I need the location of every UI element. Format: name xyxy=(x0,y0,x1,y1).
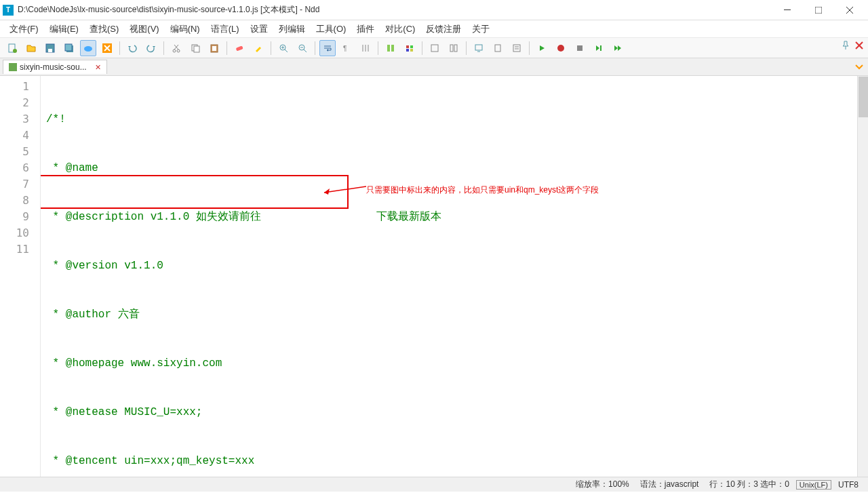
svg-rect-21 xyxy=(212,46,216,51)
svg-rect-0 xyxy=(784,9,791,10)
code-text: /*! xyxy=(46,113,66,125)
gutter: 1 2 3 4 5 6 7 8 9 10 11 xyxy=(0,76,41,477)
record-icon[interactable] xyxy=(553,40,569,56)
status-lang: 语法：javascript xyxy=(636,479,703,490)
copy-icon[interactable] xyxy=(187,40,203,56)
ff-icon[interactable] xyxy=(610,40,626,56)
svg-rect-39 xyxy=(410,45,413,48)
statusbar: 缩放率：100% 语法：javascript 行：10 列：3 选中：0 Uni… xyxy=(0,477,868,492)
run-icon[interactable] xyxy=(534,40,550,56)
format-icon[interactable] xyxy=(382,40,399,56)
theme-icon[interactable] xyxy=(401,40,418,56)
svg-rect-9 xyxy=(65,44,72,51)
svg-rect-19 xyxy=(194,46,199,52)
menu-search[interactable]: 查找(S) xyxy=(84,21,124,37)
menu-about[interactable]: 关于 xyxy=(467,21,495,37)
svg-point-10 xyxy=(84,46,92,52)
cut-icon[interactable] xyxy=(168,40,184,56)
line-number: 9 xyxy=(0,209,40,225)
app-icon: T xyxy=(3,5,14,16)
paste-icon[interactable] xyxy=(206,40,222,56)
annotation-box xyxy=(41,175,349,209)
minimize-button[interactable] xyxy=(772,0,803,20)
status-position: 行：10 列：3 选中：0 xyxy=(705,479,793,490)
svg-point-5 xyxy=(13,49,17,53)
status-eol[interactable]: Unix(LF) xyxy=(796,480,831,490)
pin-icon[interactable] xyxy=(841,41,850,52)
line-number: 6 xyxy=(0,160,40,176)
menu-view[interactable]: 视图(V) xyxy=(124,21,164,37)
svg-point-15 xyxy=(177,49,180,52)
tab-overflow-icon[interactable] xyxy=(854,62,864,74)
menu-language[interactable]: 语言(L) xyxy=(205,21,245,37)
close-button[interactable] xyxy=(834,0,865,20)
open-file-icon[interactable] xyxy=(23,40,39,56)
tab-file-icon xyxy=(9,63,17,71)
exit-icon[interactable] xyxy=(854,41,864,52)
zoom-in-icon[interactable] xyxy=(275,40,292,56)
line-number: 8 xyxy=(0,193,40,209)
line-number: 10 xyxy=(0,225,40,241)
svg-rect-1 xyxy=(815,7,822,14)
step-icon[interactable] xyxy=(591,40,607,56)
tab-close-icon[interactable]: ✕ xyxy=(95,63,101,72)
erase-icon[interactable] xyxy=(231,40,248,56)
zoom-out-icon[interactable] xyxy=(294,40,311,56)
redo-icon[interactable] xyxy=(143,40,159,56)
menu-settings[interactable]: 设置 xyxy=(245,21,273,37)
col2-icon[interactable] xyxy=(446,40,462,56)
svg-rect-41 xyxy=(410,49,413,52)
monitor-icon[interactable] xyxy=(471,40,487,56)
code-text: * @homepage www.sixyin.com xyxy=(46,357,222,370)
menu-compare[interactable]: 对比(C) xyxy=(380,21,420,37)
cloud-icon[interactable] xyxy=(80,40,96,56)
line-number: 4 xyxy=(0,127,40,144)
close-file-icon[interactable] xyxy=(99,40,115,56)
indent-guide-icon[interactable] xyxy=(357,40,374,56)
line-number: 2 xyxy=(0,95,40,111)
menu-file[interactable]: 文件(F) xyxy=(4,21,44,37)
svg-line-28 xyxy=(304,49,307,52)
doc-list-icon[interactable] xyxy=(509,40,525,56)
svg-rect-7 xyxy=(48,49,52,52)
stop-icon[interactable] xyxy=(572,40,588,56)
tab-label: sixyin-music-sou... xyxy=(20,62,87,72)
wrap-icon[interactable] xyxy=(319,40,336,56)
editor: 1 2 3 4 5 6 7 8 9 10 11 /*! * @name * @d… xyxy=(0,76,868,477)
col1-icon[interactable] xyxy=(427,40,443,56)
code-text: * @author 六音 xyxy=(46,309,140,321)
line-number: 7 xyxy=(0,176,40,193)
code-area[interactable]: /*! * @name * @description v1.1.0 如失效请前往… xyxy=(41,76,868,477)
svg-point-51 xyxy=(557,45,564,52)
svg-rect-52 xyxy=(577,45,583,51)
svg-rect-42 xyxy=(431,45,438,52)
menu-column[interactable]: 列编辑 xyxy=(273,21,311,37)
show-all-icon[interactable]: ¶ xyxy=(338,40,355,56)
new-file-icon[interactable] xyxy=(4,40,20,56)
svg-rect-45 xyxy=(475,45,482,50)
maximize-button[interactable] xyxy=(803,0,834,20)
line-number: 5 xyxy=(0,144,40,160)
svg-rect-47 xyxy=(495,45,500,52)
menu-tools[interactable]: 工具(O) xyxy=(311,21,352,37)
menu-edit[interactable]: 编辑(E) xyxy=(44,21,84,37)
line-number: 11 xyxy=(0,241,40,258)
save-icon[interactable] xyxy=(42,40,58,56)
svg-text:¶: ¶ xyxy=(343,45,347,52)
menu-plugins[interactable]: 插件 xyxy=(351,21,380,37)
undo-icon[interactable] xyxy=(124,40,140,56)
highlight-icon[interactable] xyxy=(250,40,267,56)
window-title: D:\Code\NodeJs\lx-music-source\dist\sixy… xyxy=(18,4,772,16)
vertical-scrollbar[interactable] xyxy=(857,76,868,477)
titlebar: T D:\Code\NodeJs\lx-music-source\dist\si… xyxy=(0,0,868,20)
svg-rect-43 xyxy=(450,45,453,52)
toolbar: ¶ xyxy=(0,38,868,58)
clipboard-icon[interactable] xyxy=(490,40,506,56)
scrollbar-thumb[interactable] xyxy=(859,77,868,117)
menu-feedback[interactable]: 反馈注册 xyxy=(420,21,467,37)
save-all-icon[interactable] xyxy=(61,40,77,56)
svg-rect-37 xyxy=(391,45,394,52)
tab-file[interactable]: sixyin-music-sou... ✕ xyxy=(3,60,107,74)
line-number: 3 xyxy=(0,111,40,127)
menu-encoding[interactable]: 编码(N) xyxy=(165,21,205,37)
